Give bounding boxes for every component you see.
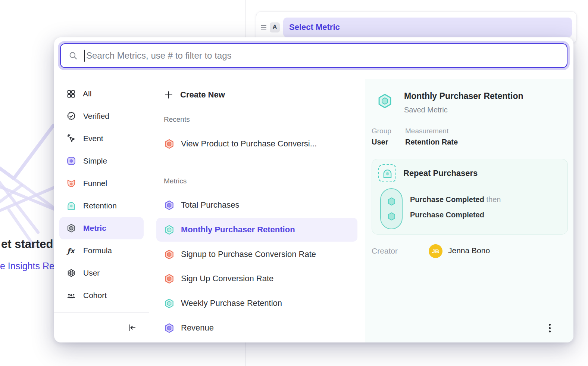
list-item-recent-funnel[interactable]: View Product to Purchase Conversi... xyxy=(156,132,357,156)
funnel-metric-hexagon-icon xyxy=(164,249,175,260)
sidebar-item-label: All xyxy=(83,89,91,98)
sidebar-item-all[interactable]: All xyxy=(59,83,144,105)
sidebar-item-event[interactable]: Event xyxy=(59,127,144,150)
simple-hexagon-icon xyxy=(66,156,76,166)
cohort-people-icon xyxy=(66,291,76,300)
background-line-art xyxy=(0,112,60,254)
group-value: User xyxy=(372,138,388,146)
recents-heading: Recents xyxy=(164,115,190,124)
list-item-total-purchases[interactable]: Total Purchases xyxy=(156,193,357,217)
sidebar-item-retention[interactable]: Retention xyxy=(59,195,144,217)
list-item-label: Signup to Purchase Conversion Rate xyxy=(181,249,316,259)
text-cursor xyxy=(84,50,85,62)
metric-picker-modal: All Verified Event xyxy=(54,37,573,342)
search-focus-ring xyxy=(58,41,570,70)
create-new-button[interactable]: Create New xyxy=(156,86,225,104)
list-item-label: Revenue xyxy=(181,323,214,333)
funnel-icon xyxy=(66,179,76,188)
definition-step-2: Purchase Completed xyxy=(410,211,484,219)
sidebar-footer xyxy=(54,312,149,342)
svg-text:ƒx: ƒx xyxy=(66,247,75,255)
event-hexagon-icon xyxy=(387,196,397,207)
definition-card: Repeat Purchasers Purchase Completed the… xyxy=(372,159,568,235)
simple-metric-hexagon-icon xyxy=(164,323,175,334)
list-item-sign-up-conversion-rate[interactable]: Sign Up Conversion Rate xyxy=(156,267,357,291)
user-cluster-icon xyxy=(66,268,76,278)
sidebar-item-label: Simple xyxy=(83,156,107,165)
sidebar-item-formula[interactable]: ƒx Formula xyxy=(59,239,144,262)
search-icon xyxy=(68,51,78,61)
funnel-metric-hexagon-icon xyxy=(164,139,175,149)
list-item-revenue[interactable]: Revenue xyxy=(156,316,357,340)
detail-title: Monthly Purchaser Retention xyxy=(404,91,523,101)
sidebar-item-label: Funnel xyxy=(83,179,107,188)
retention-arch-icon xyxy=(382,168,393,179)
sidebar-item-label: Verified xyxy=(83,112,109,121)
list-item-label: View Product to Purchase Conversi... xyxy=(181,139,317,149)
grid-icon xyxy=(66,89,76,99)
list-item-signup-to-purchase-conversion-rate[interactable]: Signup to Purchase Conversion Rate xyxy=(156,242,357,266)
saved-metric-hexagon-icon xyxy=(376,93,393,109)
list-item-monthly-purchaser-retention[interactable]: Monthly Purchaser Retention xyxy=(156,218,357,242)
repeat-purchasers-icon xyxy=(378,164,396,182)
definition-title: Repeat Purchasers xyxy=(403,168,478,178)
metric-hexagon-icon xyxy=(66,223,76,233)
group-label: Group xyxy=(372,127,391,135)
list-item-label: Monthly Purchaser Retention xyxy=(181,225,295,235)
sidebar-item-funnel[interactable]: Funnel xyxy=(59,172,144,195)
sidebar-item-metric[interactable]: Metric xyxy=(59,217,144,239)
measurement-value: Retention Rate xyxy=(405,138,458,146)
metrics-heading: Metrics xyxy=(164,177,187,185)
more-options-button[interactable] xyxy=(544,322,556,334)
background-heading-fragment: et started. xyxy=(1,238,56,251)
retention-arch-icon xyxy=(66,201,76,211)
list-item-weekly-purchase-retention[interactable]: Weekly Purchase Retention xyxy=(156,291,357,315)
sidebar-item-user[interactable]: User xyxy=(59,262,144,284)
plus-icon xyxy=(164,90,173,100)
step-2-event: Purchase Completed xyxy=(410,211,484,219)
drag-handle-icon[interactable] xyxy=(261,25,266,30)
list-item-label: Total Purchases xyxy=(181,200,240,210)
sidebar-item-label: Metric xyxy=(83,224,106,233)
collapse-left-icon[interactable] xyxy=(127,323,137,333)
creator-label: Creator xyxy=(372,246,398,255)
sidebar-item-label: Retention xyxy=(83,201,117,210)
sidebar-item-verified[interactable]: Verified xyxy=(59,105,144,127)
event-cursor-icon xyxy=(66,134,76,143)
detail-subtitle: Saved Metric xyxy=(404,106,448,114)
event-hexagon-icon xyxy=(387,211,397,221)
modal-body: All Verified Event xyxy=(54,79,573,342)
detail-footer-divider xyxy=(365,314,573,314)
retention-metric-hexagon-icon xyxy=(164,298,175,309)
sidebar-item-label: Formula xyxy=(83,246,112,255)
retention-metric-hexagon-icon xyxy=(164,224,175,235)
funnel-metric-hexagon-icon xyxy=(164,273,175,284)
sidebar-item-cohort[interactable]: Cohort xyxy=(59,284,144,307)
sidebar-item-label: Cohort xyxy=(83,291,107,300)
series-a-badge: A xyxy=(270,22,280,32)
background-report-link-fragment[interactable]: e Insights Re xyxy=(0,261,54,272)
verified-badge-icon xyxy=(66,111,76,121)
list-item-label: Weekly Purchase Retention xyxy=(181,298,282,308)
list-item-label: Sign Up Conversion Rate xyxy=(181,274,273,283)
search-box xyxy=(60,43,567,68)
definition-step-1: Purchase Completed then xyxy=(410,195,501,204)
sidebar-item-label: User xyxy=(83,269,100,277)
creator-avatar: JB xyxy=(429,244,442,258)
create-new-label: Create New xyxy=(180,90,225,100)
metric-list: Create New Recents View Product to Purch… xyxy=(150,79,365,342)
creator-name: Jenna Bono xyxy=(448,246,490,255)
select-metric-field[interactable]: Select Metric xyxy=(283,18,572,37)
measurement-label: Measurement xyxy=(405,127,448,135)
sidebar-item-simple[interactable]: Simple xyxy=(59,150,144,172)
simple-metric-hexagon-icon xyxy=(164,200,175,211)
section-divider xyxy=(157,162,357,162)
metric-detail-panel: Monthly Purchaser Retention Saved Metric… xyxy=(365,79,573,342)
formula-fx-icon: ƒx xyxy=(66,246,76,255)
event-sequence-capsule xyxy=(380,188,403,229)
sidebar-item-label: Event xyxy=(83,134,103,143)
filter-sidebar: All Verified Event xyxy=(54,79,149,342)
search-input[interactable] xyxy=(86,50,559,61)
step-1-event: Purchase Completed xyxy=(410,195,484,204)
step-connector: then xyxy=(487,195,501,204)
